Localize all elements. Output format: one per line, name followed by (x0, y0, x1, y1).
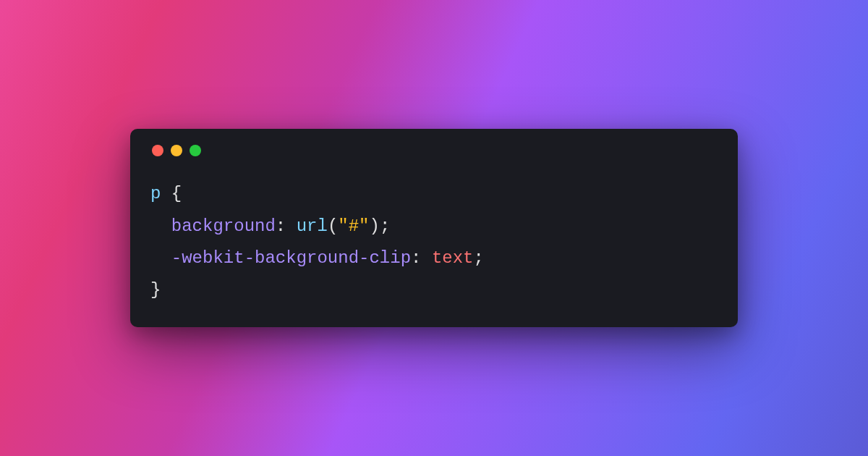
window-close-button[interactable] (152, 145, 163, 156)
colon: : (411, 248, 421, 268)
window-controls (150, 145, 718, 156)
indent (150, 248, 171, 268)
space (421, 248, 431, 268)
css-value-text: text (432, 248, 474, 268)
semicolon: ; (380, 216, 390, 236)
colon: : (276, 216, 286, 236)
semicolon: ; (474, 248, 484, 268)
brace-close: } (150, 280, 161, 300)
code-block: p { background: url("#"); -webkit-backgr… (150, 178, 718, 307)
css-selector: p (150, 184, 161, 203)
paren-close: ) (370, 216, 380, 236)
css-property-background: background (171, 216, 276, 236)
window-maximize-button[interactable] (190, 145, 201, 156)
space (286, 216, 296, 236)
window-minimize-button[interactable] (171, 145, 182, 156)
brace-open: { (171, 184, 182, 203)
css-func-url: url (297, 216, 328, 236)
code-snippet-window: p { background: url("#"); -webkit-backgr… (130, 129, 738, 327)
paren-open: ( (328, 216, 338, 236)
css-property-webkit-clip: -webkit-background-clip (171, 248, 411, 268)
css-string: "#" (338, 216, 369, 236)
indent (150, 216, 171, 236)
